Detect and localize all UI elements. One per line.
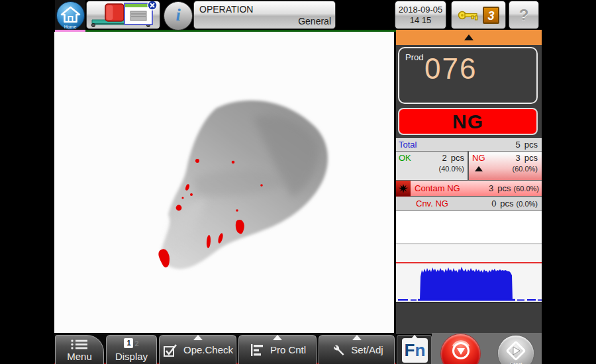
datetime-display: 2018-09-05 14 15: [395, 1, 446, 29]
cnv-percent: (0.0%): [517, 200, 538, 208]
display-page-badges: 1 2: [107, 338, 156, 348]
menu-button[interactable]: Menu: [55, 335, 104, 364]
ope-check-arrow-icon: [193, 335, 203, 340]
start-button[interactable]: Start: [498, 336, 534, 364]
ng-expand-arrow-icon: [475, 166, 483, 171]
product-number-panel[interactable]: Prod 076: [398, 47, 538, 104]
fn-button[interactable]: Fn: [397, 335, 432, 364]
ok-ng-row: OK 2 pcs (40.0%) NG 3 pcs: [396, 152, 542, 181]
ok-label: OK: [399, 153, 411, 163]
display-button[interactable]: 1 2 Display: [106, 335, 157, 364]
display-page-2-badge: 2: [134, 340, 138, 347]
signal-waveform: [396, 262, 542, 302]
machine-status-button[interactable]: [86, 1, 160, 29]
key-icon: [458, 8, 480, 23]
info-icon: i: [175, 5, 180, 24]
stop-button[interactable]: Stop: [441, 334, 480, 364]
page-title: OPERATION: [199, 4, 253, 15]
empty-result-box: [396, 211, 542, 244]
page-subtitle: General: [298, 16, 331, 26]
contam-value: 3: [489, 183, 493, 193]
product-number: 076: [424, 52, 477, 85]
start-button-label: Start: [498, 361, 534, 364]
cnv-unit: pcs: [500, 199, 513, 208]
product-blob: [161, 101, 328, 269]
cnv-value: 0: [491, 199, 496, 208]
contam-ng-row: Contam NG 3 pcs (60.0%): [396, 181, 542, 197]
total-row: Total 5 pcs: [396, 137, 542, 152]
close-badge-icon: [148, 1, 157, 10]
xray-product-image: [54, 32, 394, 333]
contam-label: Contam NG: [415, 183, 460, 193]
access-level-button[interactable]: 3: [451, 1, 506, 29]
total-label: Total: [399, 140, 417, 150]
set-adj-arrow-icon: [352, 335, 362, 340]
product-label: Prod: [405, 52, 423, 62]
ok-value: 2: [442, 153, 447, 163]
collapse-arrow-icon: [464, 34, 473, 40]
contam-unit: pcs: [497, 183, 511, 193]
pro-cntl-button-label: Pro Cntl: [270, 344, 306, 355]
judgement-banner: NG: [398, 108, 538, 135]
pro-cntl-arrow-icon: [273, 335, 282, 340]
xray-image-view[interactable]: [54, 32, 394, 333]
contam-iconbox: [396, 181, 411, 197]
access-level-badge: 3: [483, 7, 499, 24]
set-adj-button-label: Set/Adj: [351, 344, 383, 355]
display-button-label: Display: [107, 351, 156, 362]
bars-icon: [249, 342, 265, 358]
statistics-table: Total 5 pcs OK 2 pcs (40.0%): [396, 137, 542, 303]
home-button-label: Home: [55, 24, 85, 29]
ok-percent: (40.0%): [438, 165, 464, 173]
date-text: 2018-09-05: [399, 5, 443, 15]
ng-cell[interactable]: NG 3 pcs (60.0%): [469, 152, 542, 180]
contam-percent: (60.0%): [513, 185, 539, 193]
judgement-text: NG: [452, 111, 483, 133]
wrench-icon: [330, 342, 346, 358]
info-button[interactable]: i: [164, 1, 193, 30]
total-unit: pcs: [524, 140, 538, 150]
ng-percent: (60.0%): [512, 165, 538, 173]
help-button[interactable]: ?: [509, 1, 539, 29]
ope-check-button-label: Ope.Check: [183, 344, 233, 355]
ng-label: NG: [472, 153, 485, 163]
cnv-label: Cnv. NG: [416, 199, 448, 208]
ok-unit: pcs: [451, 153, 464, 163]
menu-button-label: Menu: [56, 351, 103, 362]
ng-value: 3: [516, 153, 521, 163]
fn-icon: Fn: [402, 338, 428, 363]
help-icon: ?: [509, 1, 538, 28]
signal-graph: [396, 244, 542, 303]
burst-icon: [398, 183, 409, 194]
home-button[interactable]: Home: [55, 0, 85, 30]
screen-title-panel: OPERATION General: [193, 1, 336, 29]
cnv-ng-row: Cnv. NG 0 pcs (0.0%): [396, 197, 542, 211]
time-text: 14 15: [410, 15, 432, 26]
stop-icon: [450, 339, 472, 361]
xray-inspection-screen: Home i OPERATION G: [0, 0, 596, 364]
ope-check-button[interactable]: Ope.Check: [159, 335, 236, 364]
checkbox-icon: [162, 342, 178, 358]
menu-list-icon: [70, 339, 89, 350]
panel-collapse-bar[interactable]: [396, 30, 542, 45]
ng-unit: pcs: [524, 153, 538, 163]
conveyor-reject-icon: [87, 1, 160, 28]
ok-cell: OK 2 pcs (40.0%): [396, 152, 469, 180]
start-icon: [505, 340, 526, 361]
pro-cntl-button[interactable]: Pro Cntl: [238, 335, 317, 364]
display-page-1-badge: 1: [124, 338, 133, 348]
set-adj-button[interactable]: Set/Adj: [319, 335, 395, 364]
result-panel: Prod 076 NG Total 5 pcs OK 2 pcs: [396, 30, 542, 334]
total-value: 5: [516, 140, 521, 150]
